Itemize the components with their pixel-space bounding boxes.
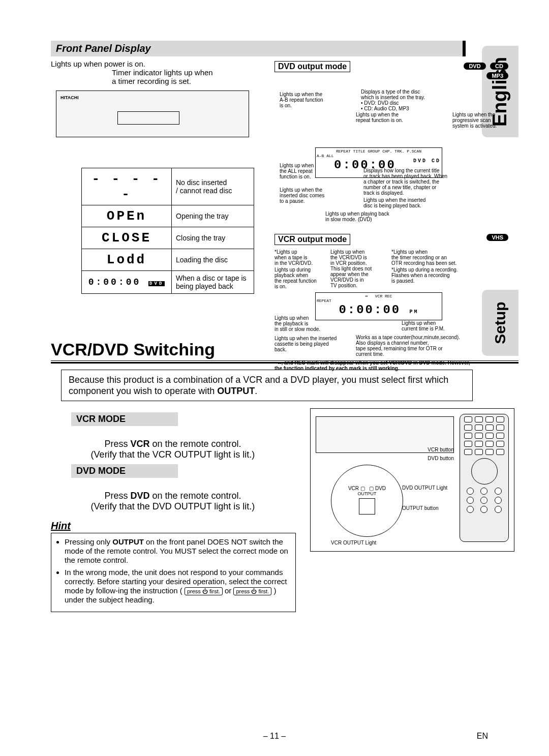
label-dvd-button: DVD button [428, 456, 454, 461]
annot-pause: Lights up when the inserted disc comes t… [280, 187, 341, 204]
switching-diagram: VCR ▢ ▢ DVD OUTPUT VCR button DVD button… [310, 408, 514, 552]
annot-disctype: Displays a type of the disc which is ins… [361, 89, 452, 111]
list-item: Pressing only OUTPUT on the front panel … [65, 537, 290, 565]
label-vcr-output-light: VCR OUTPUT Light [331, 540, 376, 546]
badge-vhs: VHS [486, 234, 508, 241]
annot-cassette-play: Lights up when the inserted cassette is … [274, 336, 351, 352]
annot-still: Lights up when the playback is in still … [274, 315, 325, 332]
badge-dvd: DVD [464, 63, 485, 70]
annot-all: Lights up when the ALL repeat function i… [280, 163, 330, 179]
page-number: – 11 – [0, 732, 549, 741]
table-row: 0:00:00 DVDWhen a disc or tape is being … [82, 271, 254, 294]
annot-otr: *Lights up when the timer recording or a… [391, 249, 468, 266]
vcr-mode-text: Press VCR on the remote control. (Verify… [51, 428, 295, 460]
badge-cd: CD [490, 63, 508, 70]
annot-playing: Lights up when the inserted disc is bein… [363, 197, 465, 208]
label-vcr-button: VCR button [428, 447, 454, 452]
dvd-mode-text: Press DVD on the remote control. (Verify… [51, 480, 295, 512]
dvd-mode-bar: DVD MODE [71, 464, 178, 478]
annot-counter: Works as a tape counter(hour,minute,seco… [356, 335, 473, 357]
front-unit-illustration: HITACHI [56, 90, 249, 137]
annot-rec: *Lights up during a recording. Flashes w… [391, 267, 473, 284]
table-row: CLOSEClosing the tray [82, 227, 254, 249]
vcr-output-mode-heading: VCR output mode [274, 234, 350, 245]
annot-vcrpos: Lights up when the VCR/DVD is in VCR pos… [330, 249, 386, 288]
label-output-button: OUTPUT button [402, 505, 439, 511]
table-row: OPEnOpening the tray [82, 205, 254, 227]
dvd-output-mode-heading: DVD output mode [274, 61, 350, 72]
annot-ab: Lights up when the A-B repeat function i… [280, 92, 336, 108]
vcr-mode-bar: VCR MODE [71, 412, 178, 426]
annot-slow: Lights up when playing back in slow mode… [325, 211, 427, 222]
annot-time: Displays how long the current title or t… [363, 168, 465, 196]
footnote-vcr: , and REC mark will disappear when you s… [274, 360, 470, 371]
annot-pscan: Lights up when the progressive scan syst… [452, 112, 508, 129]
badge-mp3: MP3 [486, 72, 508, 79]
output-detail-circle: VCR ▢ ▢ DVD OUTPUT [331, 465, 403, 537]
label-dvd-output-light: DVD OUTPUT Light [402, 485, 447, 491]
annot-tapein: *Lights up when a tape is in the VCR/DVD… [274, 249, 320, 266]
annot-vcr-repeat: Lights up during playback when the repea… [274, 267, 325, 289]
table-row: LoddLoading the disc [82, 249, 254, 271]
vcr-lcd: ∞ VCR REC REPEAT 0:00:00 PM [315, 292, 442, 320]
annot-pm: Lights up when current time is P.M. [402, 320, 463, 331]
vcr-output-mode-diagram: VCR output mode VHS *Lights up when a ta… [274, 234, 508, 376]
table-row: - - - - -No disc inserted / cannot read … [82, 168, 254, 205]
page-lang: EN [477, 732, 488, 741]
remote-illustration [460, 414, 509, 542]
hint-box: Pressing only OUTPUT on the front panel … [51, 533, 296, 612]
display-state-table: - - - - -No disc inserted / cannot read … [81, 168, 254, 294]
hint-heading: Hint [51, 520, 295, 532]
annot-repeat: Lights up when the repeat function is on… [356, 112, 412, 123]
list-item: In the wrong mode, the unit does not res… [65, 568, 290, 604]
front-panel-display-heading: Front Panel Display [51, 41, 466, 56]
